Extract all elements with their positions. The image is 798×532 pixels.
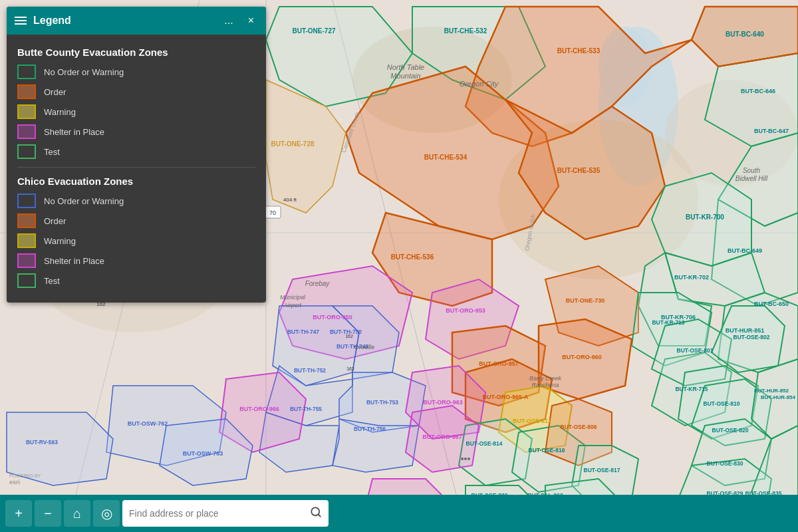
chico-no-order-label: No Order or Warning [44, 196, 124, 206]
legend-item-chico-order: Order [17, 213, 255, 228]
chico-order-swatch [17, 213, 36, 228]
hamburger-icon [15, 17, 27, 25]
svg-text:BUT-CHE-536: BUT-CHE-536 [391, 253, 434, 261]
butte-no-order-swatch [17, 65, 36, 79]
svg-text:Bidwell Hill: Bidwell Hill [735, 175, 768, 182]
svg-text:BUT-KR-700: BUT-KR-700 [686, 213, 724, 221]
legend-divider [17, 167, 255, 168]
svg-text:BUT-OSW-762: BUT-OSW-762 [128, 420, 168, 427]
svg-text:BUT-BC-650: BUT-BC-650 [754, 301, 789, 307]
butte-shelter-label: Shelter in Place [44, 127, 104, 137]
chico-order-label: Order [44, 216, 66, 226]
legend-more-options-button[interactable]: ... [220, 13, 237, 28]
svg-text:BUT-TH-752: BUT-TH-752 [294, 367, 326, 374]
butte-test-swatch [17, 144, 36, 159]
butte-shelter-swatch [17, 124, 36, 139]
svg-text:BUT-BC-640: BUT-BC-640 [726, 31, 764, 38]
legend-item-chico-shelter: Shelter in Place [17, 253, 255, 268]
svg-text:70: 70 [269, 209, 276, 216]
svg-text:Oroville: Oroville [354, 344, 375, 350]
svg-text:BUT-KR-713: BUT-KR-713 [652, 319, 684, 326]
svg-text:BUT-OSE-802: BUT-OSE-802 [733, 334, 770, 340]
svg-text:BUT-ORO-957: BUT-ORO-957 [479, 360, 519, 367]
svg-text:BUT-OSE-814: BUT-OSE-814 [466, 440, 503, 447]
svg-text:Oregon City: Oregon City [460, 80, 499, 88]
chico-test-label: Test [44, 276, 60, 286]
legend-header-left: Legend [15, 15, 71, 27]
svg-text:BUT-CHE-533: BUT-CHE-533 [557, 47, 600, 55]
svg-text:BUT-OSE-811: BUT-OSE-811 [513, 418, 551, 424]
svg-text:BUT-CHE-532: BUT-CHE-532 [444, 27, 487, 35]
svg-text:BUT-OSE-830: BUT-OSE-830 [707, 460, 743, 467]
svg-text:BUT-ORO-950: BUT-ORO-950 [313, 314, 352, 321]
legend-title: Legend [33, 15, 71, 27]
svg-text:BUT-OSE-816: BUT-OSE-816 [529, 447, 565, 454]
svg-text:BUT-KR-702: BUT-KR-702 [674, 274, 709, 281]
chico-section-title: Chico Evacuation Zones [17, 176, 255, 187]
svg-text:•••: ••• [461, 454, 471, 464]
svg-line-140 [318, 514, 320, 516]
svg-text:BUT-TH-753: BUT-TH-753 [366, 399, 398, 406]
svg-text:BUT-BC-649: BUT-BC-649 [728, 247, 762, 254]
chico-warning-swatch [17, 233, 36, 248]
svg-text:BUT-ORO-953: BUT-ORO-953 [446, 307, 485, 314]
svg-text:BUT-HUR-854: BUT-HUR-854 [761, 394, 796, 400]
svg-text:BUT-KR-715: BUT-KR-715 [675, 386, 708, 392]
butte-warning-swatch [17, 104, 36, 119]
butte-no-order-label: No Order or Warning [44, 67, 124, 77]
chico-warning-label: Warning [44, 236, 76, 246]
legend-body: Butte County Evacuation Zones No Order o… [7, 35, 266, 303]
svg-text:BUT-TH-755: BUT-TH-755 [290, 406, 322, 412]
svg-text:Rancheria: Rancheria [531, 382, 559, 388]
zoom-in-button[interactable]: + [5, 500, 32, 527]
esri-watermark: POWERED BY esri [9, 473, 41, 485]
svg-text:South: South [743, 167, 761, 174]
legend-item-butte-warning: Warning [17, 104, 255, 119]
legend-panel: Legend ... × Butte County Evacuation Zon… [7, 7, 266, 303]
svg-text:Municipal: Municipal [280, 294, 306, 301]
svg-text:BUT-ONE-728: BUT-ONE-728 [271, 140, 314, 148]
svg-text:BUT-OSE-820: BUT-OSE-820 [712, 427, 749, 434]
svg-text:North Table: North Table [387, 63, 424, 71]
svg-text:BUT-ORO-963: BUT-ORO-963 [423, 399, 463, 406]
svg-text:404 ft: 404 ft [283, 197, 297, 203]
legend-header: Legend ... × [7, 7, 266, 35]
svg-text:BUT-ONE-727: BUT-ONE-727 [292, 27, 335, 35]
svg-text:BUT-RV-563: BUT-RV-563 [26, 439, 58, 446]
chico-shelter-swatch [17, 253, 36, 268]
svg-text:162: 162 [345, 334, 353, 338]
search-input[interactable] [129, 508, 310, 519]
svg-text:Forebay: Forebay [305, 280, 331, 287]
bottom-toolbar: + − ⌂ ◎ [0, 495, 798, 532]
legend-close-button[interactable]: × [244, 13, 258, 28]
search-button[interactable] [310, 506, 322, 521]
svg-text:BUT-BC-647: BUT-BC-647 [754, 128, 789, 134]
legend-header-right: ... × [220, 13, 258, 28]
legend-item-butte-order: Order [17, 84, 255, 99]
home-button[interactable]: ⌂ [64, 500, 90, 527]
svg-text:BUT-ONE-730: BUT-ONE-730 [566, 297, 605, 304]
location-button[interactable]: ◎ [93, 500, 120, 527]
svg-text:Mountain: Mountain [390, 72, 420, 80]
chico-no-order-swatch [17, 194, 36, 208]
legend-item-butte-no-order: No Order or Warning [17, 65, 255, 79]
butte-warning-label: Warning [44, 107, 76, 117]
butte-order-swatch [17, 84, 36, 99]
svg-text:BUT-OSE-806: BUT-OSE-806 [561, 424, 597, 430]
chico-test-swatch [17, 273, 36, 288]
svg-text:BUT-ORO-967: BUT-ORO-967 [422, 434, 462, 440]
search-bar [122, 500, 329, 527]
svg-text:BUT-CHE-535: BUT-CHE-535 [557, 167, 600, 174]
svg-text:BUT-OSE-810: BUT-OSE-810 [704, 400, 740, 407]
svg-text:BUT-OSE-817: BUT-OSE-817 [584, 467, 620, 473]
svg-text:BUT-HUR-851: BUT-HUR-851 [726, 327, 765, 334]
zoom-out-button[interactable]: − [35, 500, 61, 527]
svg-text:BUT-ORO-960: BUT-ORO-960 [562, 354, 602, 360]
svg-text:BUT-ORO-966: BUT-ORO-966 [239, 406, 279, 412]
svg-text:BUT-BC-646: BUT-BC-646 [741, 88, 775, 94]
legend-item-butte-shelter: Shelter in Place [17, 124, 255, 139]
legend-item-chico-no-order: No Order or Warning [17, 194, 255, 208]
butte-order-label: Order [44, 87, 66, 97]
svg-text:Airport: Airport [283, 302, 302, 309]
legend-item-chico-test: Test [17, 273, 255, 288]
